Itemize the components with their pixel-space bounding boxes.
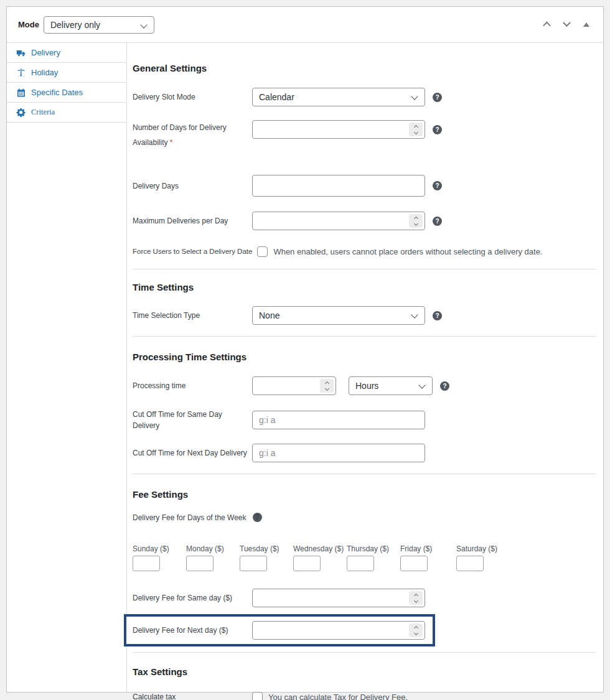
sidebar-item-label: Holiday	[31, 68, 58, 77]
next-day-fee-input[interactable]	[252, 621, 425, 640]
same-day-fee-input-wrap	[252, 589, 425, 607]
time-selection-row: Time Selection Type None	[133, 306, 596, 325]
sidebar-item-holiday[interactable]: Holiday	[7, 63, 126, 83]
chevron-down-icon	[411, 312, 418, 319]
same-day-fee-input[interactable]	[252, 589, 425, 607]
field-label: Time Selection Type	[133, 310, 252, 321]
time-selection-value: None	[259, 310, 279, 320]
help-icon[interactable]	[440, 381, 449, 391]
saturday-fee-input[interactable]	[456, 556, 484, 571]
settings-content: General Settings Delivery Slot Mode Cale…	[127, 43, 603, 692]
fee-day-sunday: Sunday ($)	[133, 544, 186, 571]
wednesday-fee-input[interactable]	[293, 556, 321, 571]
max-deliveries-input-wrap	[252, 212, 425, 230]
field-label: Delivery Days	[133, 180, 252, 192]
processing-time-unit-select[interactable]: Hours	[349, 376, 433, 395]
time-selection-select[interactable]: None	[252, 306, 425, 325]
checkbox-description: You can calculate Tax for Delivery Fee.	[268, 693, 408, 700]
chevron-down-icon	[140, 21, 147, 28]
field-label: Delivery Slot Mode	[133, 91, 252, 103]
field-label: Calculate tax	[133, 691, 252, 700]
max-deliveries-row: Maximum Deliveries per Day	[133, 212, 596, 230]
help-icon[interactable]	[433, 93, 442, 102]
delivery-days-input[interactable]	[252, 175, 425, 197]
same-day-fee-row: Delivery Fee for Same day ($)	[133, 589, 596, 607]
cutoff-same-day-input[interactable]	[252, 411, 425, 429]
help-icon[interactable]	[433, 181, 442, 190]
settings-sidebar: Delivery Holiday Specific Dates Criteria	[7, 43, 127, 692]
section-divider	[133, 336, 596, 337]
thursday-fee-input[interactable]	[347, 556, 374, 571]
help-icon[interactable]	[253, 513, 262, 522]
max-deliveries-input[interactable]	[252, 212, 425, 230]
chevron-down-icon	[563, 19, 571, 27]
field-label: Processing time	[133, 380, 252, 391]
page-background: Mode Delivery only Delivery Holida	[0, 0, 610, 700]
move-up-button[interactable]	[541, 19, 552, 30]
number-stepper-icon[interactable]	[409, 591, 423, 605]
number-of-days-input-wrap	[252, 120, 425, 139]
mode-select-value: Delivery only	[50, 20, 100, 30]
number-stepper-icon[interactable]	[409, 123, 423, 136]
delivery-slot-mode-select[interactable]: Calendar	[252, 88, 425, 106]
field-label: Cut Off Time for Same Day Delivery	[133, 409, 252, 431]
time-settings-title: Time Settings	[133, 282, 596, 293]
fee-day-thursday: Thursday ($)	[347, 544, 400, 571]
tuesday-fee-input[interactable]	[240, 556, 267, 571]
fee-day-wednesday: Wednesday ($)	[293, 544, 347, 571]
cutoff-next-day-row: Cut Off Time for Next Day Delivery	[133, 444, 596, 462]
sidebar-item-delivery[interactable]: Delivery	[7, 43, 126, 63]
weekday-fee-grid: Sunday ($) Monday ($) Tuesday ($) Wednes…	[133, 544, 596, 571]
field-label: Maximum Deliveries per Day	[133, 215, 252, 226]
field-label: Number of Days for DeliveryAvailability …	[133, 120, 252, 150]
friday-fee-input[interactable]	[400, 556, 428, 571]
sidebar-item-specific-dates[interactable]: Specific Dates	[7, 83, 126, 103]
day-label: Friday ($)	[400, 544, 454, 553]
processing-time-settings-title: Processing Time Settings	[133, 352, 596, 363]
processing-time-row: Processing time Hours	[133, 376, 596, 395]
help-icon[interactable]	[433, 125, 442, 134]
mode-label: Mode	[18, 20, 39, 29]
help-icon[interactable]	[433, 311, 442, 320]
processing-time-unit-value: Hours	[355, 381, 378, 391]
next-day-fee-highlight: Delivery Fee for Next day ($)	[124, 614, 435, 646]
number-of-days-input[interactable]	[252, 120, 425, 139]
mode-select[interactable]: Delivery only	[44, 16, 154, 34]
move-down-button[interactable]	[561, 19, 572, 30]
help-icon[interactable]	[433, 217, 442, 226]
section-divider	[133, 269, 596, 269]
fee-day-saturday: Saturday ($)	[456, 544, 512, 571]
tax-settings-title: Tax Settings	[133, 666, 596, 678]
day-label: Wednesday ($)	[293, 544, 347, 553]
truck-icon	[16, 48, 26, 58]
calculate-tax-checkbox[interactable]	[252, 692, 263, 700]
general-settings-title: General Settings	[133, 63, 596, 74]
force-select-checkbox[interactable]	[257, 246, 268, 257]
day-label: Thursday ($)	[347, 544, 400, 553]
settings-panel: Mode Delivery only Delivery Holida	[6, 6, 604, 693]
day-label: Sunday ($)	[133, 544, 186, 553]
panel-controls	[541, 19, 592, 30]
monday-fee-input[interactable]	[186, 556, 214, 571]
collapse-button[interactable]	[581, 19, 592, 30]
number-stepper-icon[interactable]	[409, 214, 423, 228]
chevron-down-icon	[411, 93, 418, 100]
sidebar-item-label: Criteria	[31, 108, 55, 117]
number-stepper-icon[interactable]	[409, 623, 423, 637]
triangle-up-icon	[583, 22, 589, 27]
field-label: Force Users to Select a Delivery Date	[133, 246, 257, 257]
number-stepper-icon[interactable]	[320, 379, 334, 393]
calculate-tax-row: Calculate tax You can calculate Tax for …	[133, 691, 596, 700]
delivery-days-row: Delivery Days	[133, 175, 596, 197]
palmtree-icon	[16, 68, 26, 78]
day-label: Saturday ($)	[456, 544, 512, 553]
sidebar-item-criteria[interactable]: Criteria	[7, 103, 126, 123]
sidebar-item-label: Delivery	[31, 48, 60, 57]
sunday-fee-input[interactable]	[133, 556, 160, 571]
next-day-fee-row: Delivery Fee for Next day ($)	[133, 621, 433, 640]
field-label: Delivery Fee for Days of the Week	[133, 513, 246, 522]
cutoff-next-day-input[interactable]	[252, 444, 425, 462]
checkbox-description: When enabled, users cannot place orders …	[273, 247, 542, 256]
sidebar-item-label: Specific Dates	[31, 88, 83, 97]
number-of-days-row: Number of Days for DeliveryAvailability …	[133, 120, 596, 150]
